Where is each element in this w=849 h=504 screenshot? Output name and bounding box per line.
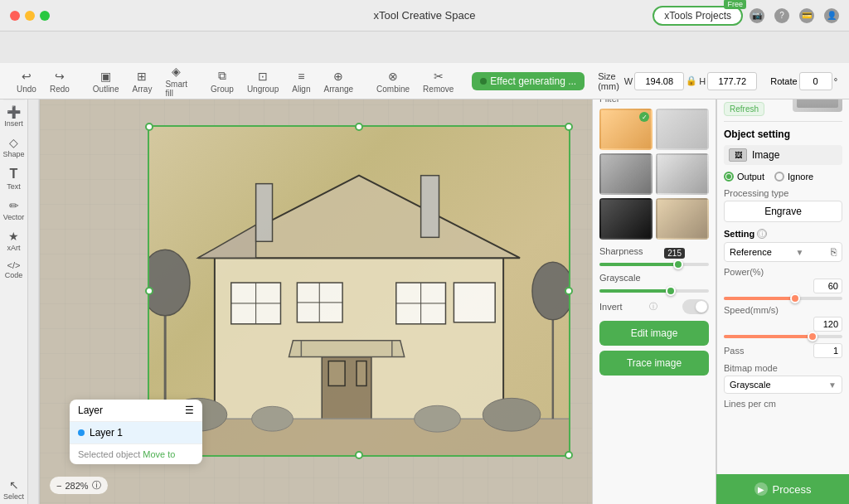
- ignore-radio[interactable]: Ignore: [774, 172, 813, 182]
- filter-item-3[interactable]: [599, 153, 653, 195]
- sidebar-item-code[interactable]: </> Code: [2, 257, 27, 283]
- grayscale-slider-track[interactable]: [599, 289, 709, 293]
- toolbar: ↩ Undo ↪ Redo ▣ Outline ⊞ Array ◈ Smart …: [0, 63, 849, 99]
- output-radio[interactable]: Output: [724, 172, 764, 182]
- edit-image-button[interactable]: Edit image: [599, 321, 709, 346]
- process-button[interactable]: ▶ Process: [716, 474, 849, 504]
- sharpness-slider-wrapper: 215: [599, 263, 709, 266]
- speed-input[interactable]: [813, 317, 842, 332]
- refresh-button[interactable]: Refresh: [724, 102, 764, 116]
- speed-slider-track[interactable]: [724, 335, 842, 338]
- xtool-projects-wrapper: xTools Projects Free: [653, 6, 743, 26]
- group-button[interactable]: ⧉ Group: [206, 67, 239, 95]
- process-icon: ▶: [754, 482, 768, 496]
- wallet-icon[interactable]: 💳: [799, 8, 814, 23]
- power-input[interactable]: [813, 279, 842, 293]
- undo-button[interactable]: ↩ Undo: [12, 67, 41, 95]
- height-input[interactable]: [707, 72, 757, 90]
- smart-fill-button[interactable]: ◈ Smart fill: [160, 62, 192, 99]
- width-input[interactable]: [634, 72, 684, 90]
- user-icon[interactable]: 👤: [824, 8, 839, 23]
- layer-header: Layer ☰: [70, 400, 202, 422]
- layer-menu-icon[interactable]: ☰: [185, 405, 194, 416]
- toolbar-row: ↩ Undo ↪ Redo ▣ Outline ⊞ Array ◈ Smart …: [7, 62, 842, 99]
- xart-sidebar-icon: ★: [8, 230, 19, 243]
- svg-rect-22: [328, 361, 345, 386]
- speed-slider-thumb[interactable]: [808, 332, 817, 342]
- lines-per-cm-label: Lines per cm: [724, 399, 842, 409]
- invert-toggle-knob: [696, 301, 707, 313]
- pass-label: Pass: [724, 346, 744, 356]
- effect-dot: [480, 78, 487, 85]
- rotate-field: Rotate °: [770, 72, 837, 90]
- filter-item-1[interactable]: ✓: [599, 109, 653, 150]
- bitmap-mode-select[interactable]: Grayscale ▼: [724, 376, 842, 394]
- image-canvas[interactable]: [148, 125, 570, 457]
- sidebar-item-vector[interactable]: ✏ Vector: [2, 196, 27, 225]
- redo-button[interactable]: ↪ Redo: [45, 67, 75, 95]
- maximize-button[interactable]: [40, 11, 50, 21]
- layer-move-to-link[interactable]: Move to: [143, 449, 175, 459]
- power-slider-thumb[interactable]: [790, 293, 800, 303]
- invert-toggle[interactable]: [682, 299, 709, 314]
- object-setting-title: Object setting: [724, 128, 842, 140]
- sidebar-item-shape[interactable]: ◇ Shape: [2, 133, 27, 162]
- filter-selected-indicator: ✓: [639, 112, 649, 122]
- layer-1-label: Layer 1: [90, 427, 123, 439]
- layer-panel: Layer ☰ Layer 1 Selected object Move to: [70, 400, 202, 464]
- sidebar-item-insert[interactable]: ➕ Insert: [2, 102, 27, 131]
- filter-item-2[interactable]: [656, 109, 709, 150]
- sharpness-slider-track[interactable]: [599, 263, 709, 266]
- layer-dot-1: [78, 429, 85, 436]
- outline-button[interactable]: ▣ Outline: [88, 67, 124, 95]
- combine-button[interactable]: ⊗ Combine: [371, 67, 415, 95]
- help-icon[interactable]: ?: [774, 8, 789, 23]
- object-settings-panel: xTool_M1 📶 Wi-Fi Refresh Object setting …: [716, 68, 849, 474]
- setting-label: Setting: [724, 229, 754, 239]
- zoom-value: 282%: [65, 481, 88, 491]
- sidebar-item-select[interactable]: ↖ Select: [2, 475, 27, 504]
- filter-item-5[interactable]: [599, 198, 653, 240]
- arrange-button[interactable]: ⊕ Arrange: [318, 67, 358, 95]
- bitmap-mode-arrow: ▼: [828, 380, 837, 390]
- array-button[interactable]: ⊞ Array: [128, 67, 158, 95]
- size-field: Size (mm) W 🔒 H: [598, 71, 757, 91]
- reference-copy-icon[interactable]: ⎘: [831, 246, 837, 258]
- speed-label: Speed(mm/s): [724, 305, 842, 315]
- trace-image-button[interactable]: Trace image: [599, 351, 709, 376]
- sharpness-slider-fill: [599, 263, 678, 266]
- rotate-input[interactable]: [799, 72, 832, 90]
- effect-generating-button[interactable]: Effect generating ...: [472, 72, 585, 90]
- grayscale-section: Grayscale: [599, 273, 709, 293]
- free-badge: Free: [724, 0, 746, 9]
- sharpness-slider-thumb[interactable]: [673, 259, 683, 269]
- outline-icon: ▣: [99, 69, 114, 84]
- filter-item-6[interactable]: [656, 198, 709, 240]
- filter-grid: ✓: [599, 109, 709, 240]
- close-button[interactable]: [10, 11, 20, 21]
- title-bar-actions: xTools Projects Free 📷 ? 💳 👤: [653, 6, 839, 26]
- remove-button[interactable]: ✂ Remove: [418, 67, 458, 95]
- invert-info-icon[interactable]: ⓘ: [649, 301, 657, 313]
- align-button[interactable]: ≡ Align: [287, 67, 315, 95]
- pass-input[interactable]: [813, 343, 842, 358]
- power-slider-track[interactable]: [724, 297, 842, 300]
- reference-select[interactable]: Reference ▼ ⎘: [724, 242, 842, 262]
- pass-row: Pass: [724, 343, 842, 358]
- select-sidebar-icon: ↖: [9, 478, 19, 492]
- svg-point-41: [252, 406, 294, 431]
- zoom-info-icon[interactable]: ⓘ: [92, 479, 101, 492]
- camera-icon[interactable]: 📷: [750, 8, 764, 23]
- grayscale-slider-thumb[interactable]: [666, 286, 676, 296]
- setting-info-icon: ⓘ: [757, 229, 767, 239]
- sidebar-item-text[interactable]: T Text: [2, 163, 27, 194]
- lock-icon: 🔒: [686, 75, 697, 86]
- sidebar-item-xart[interactable]: ★ xArt: [2, 226, 27, 255]
- smart-fill-icon: ◈: [169, 64, 184, 79]
- layer-item-1[interactable]: Layer 1: [70, 422, 202, 443]
- speed-slider-fill: [724, 335, 813, 338]
- filter-item-4[interactable]: [656, 153, 709, 195]
- zoom-minus-icon[interactable]: −: [56, 481, 61, 491]
- ungroup-button[interactable]: ⊡ Ungroup: [242, 67, 284, 95]
- minimize-button[interactable]: [25, 11, 35, 21]
